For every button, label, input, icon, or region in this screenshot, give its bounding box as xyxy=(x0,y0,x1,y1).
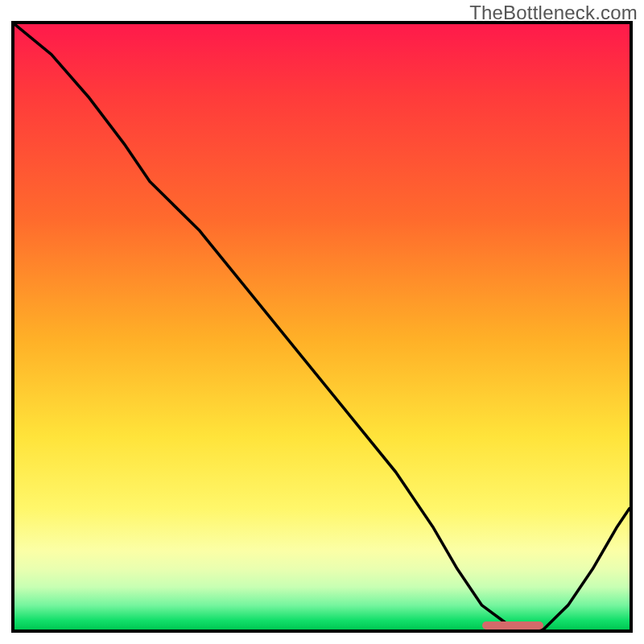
optimal-range-marker xyxy=(482,621,543,630)
plot-area xyxy=(11,21,633,633)
bottleneck-curve xyxy=(14,24,630,630)
chart-container: TheBottleneck.com xyxy=(0,0,644,644)
